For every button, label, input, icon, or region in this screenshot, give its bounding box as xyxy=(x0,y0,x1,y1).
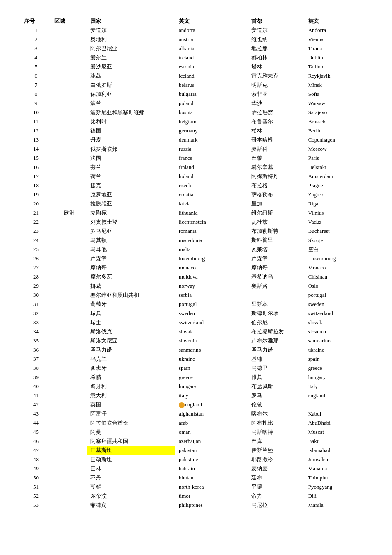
cell-capital-en: Prague xyxy=(305,181,371,190)
cell-region xyxy=(51,227,87,236)
cell-capital: 塔林 xyxy=(248,62,305,71)
cell-num: 25 xyxy=(21,245,51,254)
table-row: 52东帝汶timor帝力Dili xyxy=(21,491,371,501)
cell-capital: 基辅 xyxy=(248,355,305,364)
cell-country: 法国 xyxy=(87,154,175,163)
cell-region xyxy=(51,245,87,254)
cell-capital-en: hungary xyxy=(305,373,371,382)
cell-capital: 麦纳麦 xyxy=(248,464,305,473)
table-row: 45阿曼oman马斯喀特Muscat xyxy=(21,428,371,437)
cell-region xyxy=(51,373,87,382)
table-row: 16芬兰finland赫尔辛基Helsinki xyxy=(21,163,371,172)
cell-num: 23 xyxy=(21,227,51,236)
cell-capital-en: Baku xyxy=(305,437,371,446)
table-row: 5爱沙尼亚estonia塔林Tallinn xyxy=(21,62,371,71)
cell-en: france xyxy=(175,154,248,163)
cell-region xyxy=(51,254,87,263)
table-row: 40匈牙利hungary布达佩斯italy xyxy=(21,382,371,391)
cell-capital-en: Chisinau xyxy=(305,272,371,281)
cell-country: 卢森堡 xyxy=(87,254,175,263)
cell-en: italy xyxy=(175,391,248,400)
cell-num: 45 xyxy=(21,428,51,437)
cell-en: finland xyxy=(175,163,248,172)
cell-region xyxy=(51,291,87,300)
cell-region xyxy=(51,99,87,108)
cell-region xyxy=(51,190,87,199)
cell-region xyxy=(51,181,87,190)
cell-en: england xyxy=(175,400,248,409)
table-row: 29挪威norway奥斯路Oslo xyxy=(21,281,371,291)
cell-num: 27 xyxy=(21,263,51,272)
cell-num: 18 xyxy=(21,181,51,190)
cell-capital: 维尔纽斯 xyxy=(248,208,305,218)
table-row: 33瑞士switzerland伯尔尼slovak xyxy=(21,318,371,327)
cell-country: 挪威 xyxy=(87,281,175,291)
table-row: 27摩纳哥monaco摩纳哥Monaco xyxy=(21,263,371,272)
table-row: 43阿富汗afghanistan喀布尔Kabul xyxy=(21,409,371,418)
cell-capital-en: Oslo xyxy=(305,281,371,291)
cell-capital: 奥斯路 xyxy=(248,281,305,291)
cell-en: iceland xyxy=(175,71,248,81)
cell-country: 英国 xyxy=(87,400,175,409)
cell-capital: 华沙 xyxy=(248,99,305,108)
cell-capital: 维也纳 xyxy=(248,35,305,44)
cell-en: switzerland xyxy=(175,318,248,327)
cell-region xyxy=(51,126,87,135)
cell-en: holand xyxy=(175,172,248,181)
cell-en: bulgaria xyxy=(175,90,248,99)
cell-region xyxy=(51,90,87,99)
cell-en: spain xyxy=(175,364,248,373)
table-row: 46阿塞拜疆共和国azerbaijan巴库Baku xyxy=(21,437,371,446)
table-row: 10波斯尼亚和黑塞哥维那bosnia萨拉热窝Sarajevo xyxy=(21,108,371,117)
cell-country: 阿富汗 xyxy=(87,409,175,418)
cell-en: bhutan xyxy=(175,473,248,482)
table-row: 24马其顿macedonia斯科普里Skopje xyxy=(21,236,371,245)
cell-country: 巴勒斯坦 xyxy=(87,455,175,464)
cell-country: 荷兰 xyxy=(87,172,175,181)
table-row: 48巴勒斯坦palestine耶路撒冷Jerusalem xyxy=(21,455,371,464)
cell-en: macedonia xyxy=(175,236,248,245)
cell-capital-en: Amsterdam xyxy=(305,172,371,181)
table-row: 38西班牙spain马德里greece xyxy=(21,364,371,373)
table-row: 31葡萄牙portugal里斯本sweden xyxy=(21,300,371,309)
cell-capital-en: Minsk xyxy=(305,81,371,90)
cell-region xyxy=(51,44,87,53)
cell-capital-en: greece xyxy=(305,364,371,373)
table-row: 12德国germany柏林Berlin xyxy=(21,126,371,135)
cell-en: albania xyxy=(175,44,248,53)
cell-num: 49 xyxy=(21,464,51,473)
cell-en: poland xyxy=(175,99,248,108)
cell-region xyxy=(51,263,87,272)
cell-country: 瑞士 xyxy=(87,318,175,327)
cell-country: 阿曼 xyxy=(87,428,175,437)
cell-capital-en: italy xyxy=(305,382,371,391)
cell-country: 拉脱维亚 xyxy=(87,199,175,208)
cell-capital-en: Islamabad xyxy=(305,446,371,455)
cell-en: monaco xyxy=(175,263,248,272)
header-en: 英文 xyxy=(175,17,248,26)
cell-capital: 卢森堡 xyxy=(248,254,305,263)
cell-en: denmark xyxy=(175,135,248,144)
cell-capital: 里斯本 xyxy=(248,300,305,309)
table-row: 53菲律宾philippines马尼拉Manila xyxy=(21,501,371,510)
cell-capital-en: Skopje xyxy=(305,236,371,245)
cell-capital: 卢布尔雅那 xyxy=(248,336,305,345)
cell-capital-en: spain xyxy=(305,355,371,364)
cell-region xyxy=(51,491,87,501)
cell-country: 捷克 xyxy=(87,181,175,190)
cell-num: 11 xyxy=(21,117,51,126)
cell-capital-en: Tallinn xyxy=(305,62,371,71)
cell-capital: 伯尔尼 xyxy=(248,318,305,327)
table-row: 4爱尔兰ireland都柏林Dublin xyxy=(21,53,371,62)
cell-country: 东帝汶 xyxy=(87,491,175,501)
cell-en: belarus xyxy=(175,81,248,90)
cell-capital-en: ukraine xyxy=(305,345,371,355)
cell-country: 马耳他 xyxy=(87,245,175,254)
cell-capital-en: Moscow xyxy=(305,144,371,154)
cell-en: ukraine xyxy=(175,355,248,364)
cell-num: 39 xyxy=(21,373,51,382)
cell-country: 菲律宾 xyxy=(87,501,175,510)
table-row: 36圣马力诺sanmarino圣马力诺ukraine xyxy=(21,345,371,355)
cell-num: 17 xyxy=(21,172,51,181)
cell-en: hungary xyxy=(175,382,248,391)
